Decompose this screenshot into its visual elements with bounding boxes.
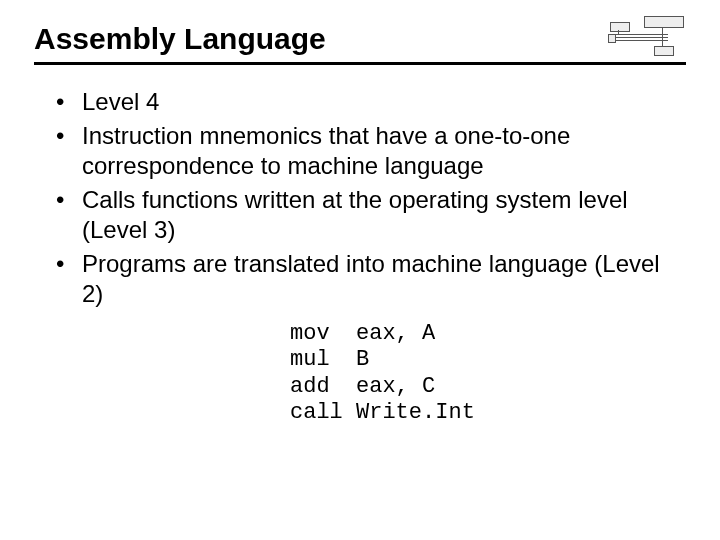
bullet-item: Instruction mnemonics that have a one-to… — [56, 121, 686, 181]
bullet-item: Programs are translated into machine lan… — [56, 249, 686, 309]
slide-title: Assembly Language — [34, 22, 326, 56]
code-sample: mov eax, A mul B add eax, C call Write.I… — [290, 321, 686, 427]
architecture-diagram-icon — [608, 16, 686, 56]
bullet-item: Level 4 — [56, 87, 686, 117]
bullet-item: Calls functions written at the operating… — [56, 185, 686, 245]
slide: Assembly Language Level 4 Instruction mn… — [0, 0, 720, 540]
bullet-list: Level 4 Instruction mnemonics that have … — [56, 87, 686, 309]
slide-header: Assembly Language — [34, 22, 686, 65]
